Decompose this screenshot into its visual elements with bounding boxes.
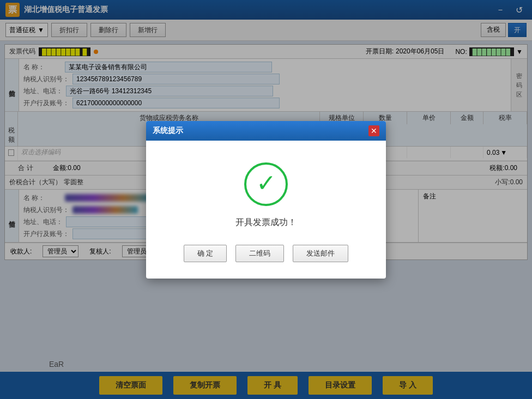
system-prompt-modal: 系统提示 ✕ ✓ 开具发票成功！ 确 定 二维码 发送邮件	[146, 121, 386, 279]
modal-overlay: 系统提示 ✕ ✓ 开具发票成功！ 确 定 二维码 发送邮件	[0, 0, 532, 399]
modal-confirm-button[interactable]: 确 定	[184, 245, 227, 262]
modal-email-button[interactable]: 发送邮件	[293, 245, 348, 262]
modal-qr-button[interactable]: 二维码	[235, 245, 284, 262]
success-icon: ✓	[244, 162, 288, 206]
modal-buttons: 确 定 二维码 发送邮件	[184, 245, 349, 262]
modal-title: 系统提示	[153, 126, 183, 136]
modal-body: ✓ 开具发票成功！ 确 定 二维码 发送邮件	[146, 141, 386, 279]
success-message: 开具发票成功！	[235, 217, 297, 228]
modal-close-button[interactable]: ✕	[368, 125, 379, 136]
checkmark-icon: ✓	[256, 171, 276, 195]
modal-title-bar: 系统提示 ✕	[146, 121, 386, 141]
